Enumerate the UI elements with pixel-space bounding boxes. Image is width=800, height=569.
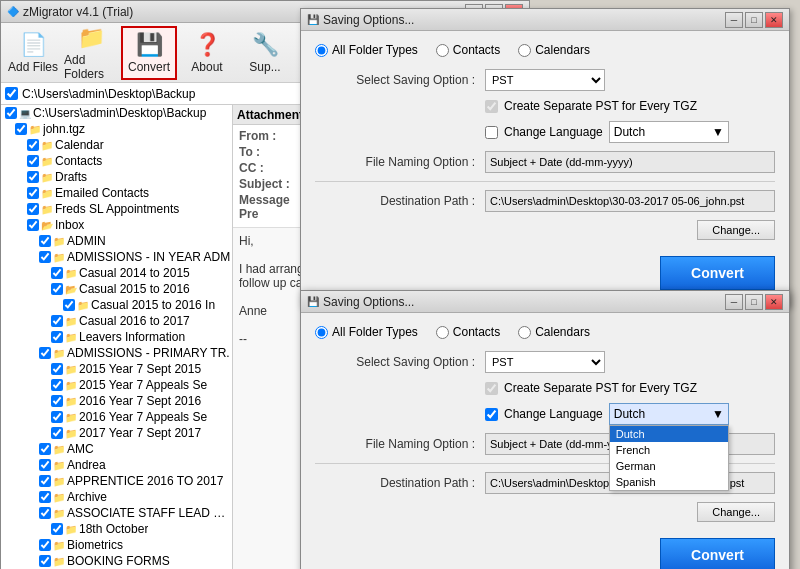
list-item[interactable]: 📁 APPRENTICE 2016 TO 2017 xyxy=(1,473,232,489)
list-item[interactable]: 📁 Freds SL Appointments xyxy=(1,201,232,217)
radio-calendars-input-1[interactable] xyxy=(518,44,531,57)
radio-contacts-2[interactable]: Contacts xyxy=(436,325,500,339)
dialog2-close-button[interactable]: ✕ xyxy=(765,294,783,310)
list-item[interactable]: 📁 Calendar xyxy=(1,137,232,153)
dialog2-maximize-button[interactable]: □ xyxy=(745,294,763,310)
list-item[interactable]: 📁 ADMIN xyxy=(1,233,232,249)
support-button[interactable]: 🔧 Sup... xyxy=(237,26,293,80)
about-button[interactable]: ❓ About xyxy=(179,26,235,80)
dialog2-create-separate-checkbox[interactable] xyxy=(485,382,498,395)
dialog2-saving-option-select[interactable]: PST xyxy=(485,351,605,373)
tree-cb[interactable] xyxy=(51,379,63,391)
tree-cb[interactable] xyxy=(39,251,51,263)
tree-cb[interactable] xyxy=(39,459,51,471)
radio-contacts-input-1[interactable] xyxy=(436,44,449,57)
tree-cb[interactable] xyxy=(51,315,63,327)
list-item[interactable]: 📁 AMC xyxy=(1,441,232,457)
tree-cb[interactable] xyxy=(63,299,75,311)
list-item[interactable]: 📁 Emailed Contacts xyxy=(1,185,232,201)
dialog2-change-language-checkbox[interactable] xyxy=(485,408,498,421)
list-item[interactable]: 📁 ASSOCIATE STAFF LEAD ME. xyxy=(1,505,232,521)
radio-calendars-2[interactable]: Calendars xyxy=(518,325,590,339)
tree-cb[interactable] xyxy=(27,171,39,183)
tree-cb[interactable] xyxy=(39,507,51,519)
list-item[interactable]: 📁 18th October xyxy=(1,521,232,537)
list-item[interactable]: 📁 ADMISSIONS - PRIMARY TR. xyxy=(1,345,232,361)
list-item[interactable]: 📁 john.tgz xyxy=(1,121,232,137)
dialog1-change-language-checkbox[interactable] xyxy=(485,126,498,139)
list-item[interactable]: 📁 2017 Year 7 Sept 2017 xyxy=(1,425,232,441)
radio-all-2[interactable] xyxy=(315,326,328,339)
tree-cb[interactable] xyxy=(51,283,63,295)
tree-cb[interactable] xyxy=(51,411,63,423)
dialog1-saving-option-select[interactable]: PST xyxy=(485,69,605,91)
list-item[interactable]: 📁 Leavers Information xyxy=(1,329,232,345)
list-item[interactable]: 📁 Drafts xyxy=(1,169,232,185)
list-item[interactable]: 📁 Archive xyxy=(1,489,232,505)
radio-calendars-1[interactable]: Calendars xyxy=(518,43,590,57)
lang-french[interactable]: French xyxy=(610,442,728,458)
tree-cb[interactable] xyxy=(27,219,39,231)
tree-cb[interactable] xyxy=(51,395,63,407)
list-item[interactable]: 📂 Casual 2015 to 2016 xyxy=(1,281,232,297)
tree-root[interactable]: 💻 C:\Users\admin\Desktop\Backup xyxy=(1,105,232,121)
list-item[interactable]: 📁 ADMISSIONS - IN YEAR ADM xyxy=(1,249,232,265)
radio-all-folder-types-2[interactable]: All Folder Types xyxy=(315,325,418,339)
add-files-button[interactable]: 📄 Add Files xyxy=(5,26,61,80)
dialog1-language-select[interactable]: Dutch ▼ xyxy=(609,121,729,143)
tree-cb[interactable] xyxy=(27,187,39,199)
tree-cb[interactable] xyxy=(51,267,63,279)
tree-cb[interactable] xyxy=(39,539,51,551)
address-checkbox[interactable] xyxy=(5,87,18,100)
list-item[interactable]: 📂 Inbox xyxy=(1,217,232,233)
dialog2-minimize-button[interactable]: ─ xyxy=(725,294,743,310)
lang-german[interactable]: German xyxy=(610,458,728,474)
dialog1-convert-button[interactable]: Convert xyxy=(660,256,775,290)
tree-cb[interactable] xyxy=(27,155,39,167)
convert-button[interactable]: 💾 Convert xyxy=(121,26,177,80)
tree-cb[interactable] xyxy=(39,235,51,247)
tree-cb[interactable] xyxy=(39,443,51,455)
tree-cb[interactable] xyxy=(15,123,27,135)
list-item[interactable]: 📁 BOOKING FORMS xyxy=(1,553,232,569)
tree-cb[interactable] xyxy=(27,139,39,151)
radio-contacts-input-2[interactable] xyxy=(436,326,449,339)
list-item[interactable]: 📁 2015 Year 7 Appeals Se xyxy=(1,377,232,393)
lang-spanish[interactable]: Spanish xyxy=(610,474,728,490)
radio-all-1[interactable] xyxy=(315,44,328,57)
list-item[interactable]: 📁 Casual 2016 to 2017 xyxy=(1,313,232,329)
list-item[interactable]: 📁 Contacts xyxy=(1,153,232,169)
tree-root-checkbox[interactable] xyxy=(5,107,17,119)
list-item[interactable]: 📁 2016 Year 7 Appeals Se xyxy=(1,409,232,425)
tree-cb[interactable] xyxy=(51,523,63,535)
dialog1-change-button[interactable]: Change... xyxy=(697,220,775,240)
dialog1-destination-input[interactable] xyxy=(485,190,775,212)
tree-cb[interactable] xyxy=(51,427,63,439)
dialog2-convert-button[interactable]: Convert xyxy=(660,538,775,569)
lang-dutch[interactable]: Dutch xyxy=(610,426,728,442)
tree-cb[interactable] xyxy=(39,555,51,567)
tree-cb[interactable] xyxy=(51,331,63,343)
list-item[interactable]: 📁 Casual 2015 to 2016 In xyxy=(1,297,232,313)
list-item[interactable]: 📁 Andrea xyxy=(1,457,232,473)
dialog1-close-button[interactable]: ✕ xyxy=(765,12,783,28)
file-tree[interactable]: 💻 C:\Users\admin\Desktop\Backup 📁 john.t… xyxy=(1,105,233,569)
radio-calendars-input-2[interactable] xyxy=(518,326,531,339)
tree-cb[interactable] xyxy=(27,203,39,215)
add-folders-button[interactable]: 📁 Add Folders xyxy=(63,26,119,80)
tree-cb[interactable] xyxy=(39,491,51,503)
dialog1-file-naming-input[interactable] xyxy=(485,151,775,173)
list-item[interactable]: 📁 2015 Year 7 Sept 2015 xyxy=(1,361,232,377)
list-item[interactable]: 📁 2016 Year 7 Sept 2016 xyxy=(1,393,232,409)
radio-contacts-1[interactable]: Contacts xyxy=(436,43,500,57)
list-item[interactable]: 📁 Biometrics xyxy=(1,537,232,553)
dialog1-maximize-button[interactable]: □ xyxy=(745,12,763,28)
dialog1-minimize-button[interactable]: ─ xyxy=(725,12,743,28)
radio-all-folder-types-1[interactable]: All Folder Types xyxy=(315,43,418,57)
dialog1-create-separate-checkbox[interactable] xyxy=(485,100,498,113)
tree-cb[interactable] xyxy=(39,347,51,359)
tree-cb[interactable] xyxy=(39,475,51,487)
dialog2-language-select[interactable]: Dutch ▼ xyxy=(609,403,729,425)
dialog2-change-button[interactable]: Change... xyxy=(697,502,775,522)
tree-cb[interactable] xyxy=(51,363,63,375)
